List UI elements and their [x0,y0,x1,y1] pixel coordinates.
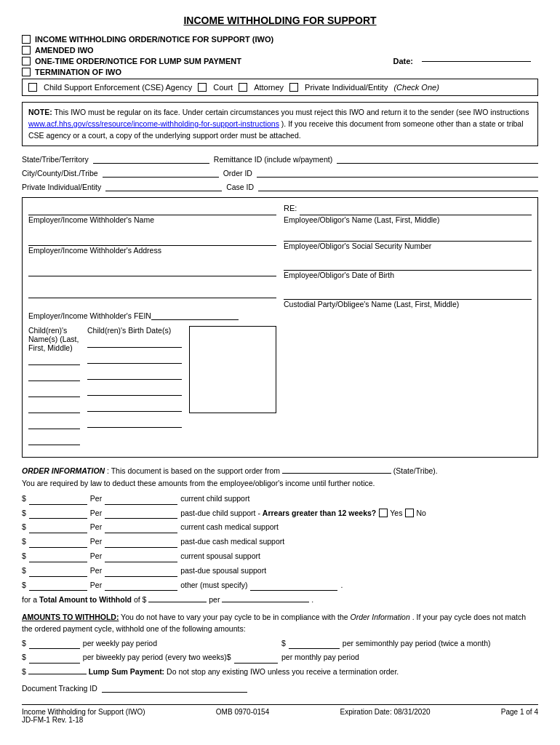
semimonthly-amount-field[interactable] [289,648,340,649]
remittance-label: Remittance ID (include w/payment) [214,155,332,164]
attorney-label: Attorney [254,83,284,92]
footer-left: Income Withholding for Support (IWO) JD-… [22,708,145,724]
fein-field[interactable] [151,310,239,320]
note-text1: This IWO must be regular on its face. Un… [54,108,529,116]
weekly-amount-field[interactable] [29,648,80,649]
employer-name-line[interactable] [28,205,276,215]
one-time-checkbox[interactable] [22,57,31,65]
state-tribe-field-order[interactable] [282,473,391,474]
one-time-checkbox-row[interactable]: ONE-TIME ORDER/NOTICE FOR LUMP SUM PAYME… [22,57,538,65]
child-name-3[interactable] [28,387,80,397]
no-checkbox[interactable] [405,509,414,517]
biweekly-amount2-field[interactable] [234,663,278,664]
period-1[interactable] [105,504,177,505]
period-6[interactable] [105,576,177,577]
child-birth-6[interactable] [87,418,182,428]
iwo-checkbox[interactable] [22,35,31,44]
yes-checkbox[interactable] [379,509,388,517]
employer-address-line2[interactable] [28,266,276,276]
amount-5[interactable] [29,562,87,562]
court-check-item[interactable]: Court [198,83,233,92]
termination-checkbox-row[interactable]: TERMINATION OF IWO [22,68,538,76]
note-link[interactable]: www.acf.hhs.gov/css/resource/income-with… [28,119,279,128]
child-name-5[interactable] [28,419,80,429]
biweekly-row: $ per biweekly pay period (every two wee… [22,652,279,664]
termination-checkbox[interactable] [22,68,31,76]
lump-sum-amount-field[interactable] [28,674,87,674]
order-info-text3: You are required by law to deduct these … [22,479,375,487]
support-label-4: past-due cash medical support [180,535,284,548]
amount-4[interactable] [29,547,87,548]
total-amount-field[interactable] [148,602,207,602]
amount-3[interactable] [29,533,87,533]
employee-dob-line[interactable] [284,260,532,271]
cse-checkbox[interactable] [28,83,37,92]
private-label: Private Individual/Entity [305,83,388,92]
cse-check-item[interactable]: Child Support Enforcement (CSE) Agency [28,83,192,92]
order-info-title: ORDER INFORMATION [22,466,105,475]
period-3[interactable] [105,533,177,533]
child-birth-5[interactable] [87,402,182,412]
custodial-line[interactable] [284,290,532,300]
no-check[interactable]: No [405,507,425,519]
iwo-label: INCOME WITHHOLDING ORDER/NOTICE FOR SUPP… [35,35,273,44]
tracking-id-field[interactable] [102,692,247,693]
tracking-row: Document Tracking ID [22,684,538,693]
child-birth-2[interactable] [87,354,182,364]
period-4[interactable] [105,547,177,548]
child-name-1[interactable] [28,355,80,365]
biweekly-amount-field[interactable] [29,663,80,664]
other-specify-field[interactable] [250,590,337,591]
order-id-field[interactable] [257,167,538,178]
private-check-item[interactable]: Private Individual/Entity [289,83,388,92]
footer-page: Page 1 of 4 [501,708,538,716]
state-row-3: Private Individual/Entity Case ID [22,181,538,191]
amount-2[interactable] [29,518,87,519]
child-name-2[interactable] [28,371,80,381]
termination-label: TERMINATION OF IWO [35,68,121,76]
iwo-checkbox-row[interactable]: INCOME WITHHOLDING ORDER/NOTICE FOR SUPP… [22,35,538,44]
note-box: NOTE: This IWO must be regular on its fa… [22,102,538,146]
child-birth-1[interactable] [87,338,182,348]
children-birth-header: Child(ren)'s Birth Date(s) [87,326,182,335]
child-name-6[interactable] [28,435,80,445]
children-photo-box [189,326,276,413]
state-row-2: City/County/Dist./Tribe Order ID [22,167,538,178]
employer-address-line1[interactable] [28,236,276,246]
amount-6[interactable] [29,576,87,577]
case-id-field[interactable] [258,181,538,191]
period-7[interactable] [105,590,177,591]
amount-1[interactable] [29,504,87,505]
child-birth-3[interactable] [87,370,182,380]
attorney-checkbox[interactable] [239,83,247,92]
date-field[interactable] [422,61,531,62]
children-names-header: Child(ren)'s Name(s) (Last, First, Middl… [28,326,80,352]
order-info-text2: (State/Tribe). [393,466,438,475]
private-checkbox[interactable] [289,83,298,92]
private-individual-field[interactable] [105,181,222,191]
court-checkbox[interactable] [198,83,207,92]
amounts-section: AMOUNTS TO WITHHOLD: You do not have to … [22,612,538,678]
remittance-field[interactable] [337,154,538,164]
lump-sum-row: $ Lump Sum Payment: Do not stop any exis… [22,666,538,678]
lump-sum-bold: Lump Sum Payment: [89,667,164,676]
state-tribe-field[interactable] [93,154,209,164]
employer-address-line3[interactable] [28,288,276,298]
period-2[interactable] [105,518,177,519]
yes-check[interactable]: Yes [379,507,402,519]
amended-checkbox-row[interactable]: AMENDED IWO [22,46,538,55]
child-birth-4[interactable] [87,386,182,396]
case-id-label: Case ID [226,183,254,191]
re-field[interactable] [300,205,532,215]
amended-checkbox[interactable] [22,46,31,55]
amount-7[interactable] [29,590,87,591]
total-period-field[interactable] [222,602,309,602]
employee-ssn-line[interactable] [284,231,532,242]
child-name-4[interactable] [28,403,80,413]
period-5[interactable] [105,562,177,562]
total-row: for a Total Amount to Withhold of $ per … [22,594,538,606]
attorney-check-item[interactable]: Attorney [239,83,284,92]
support-label-7: other (must specify) [180,579,247,591]
one-time-label: ONE-TIME ORDER/NOTICE FOR LUMP SUM PAYME… [35,57,241,65]
city-county-field[interactable] [103,167,219,178]
